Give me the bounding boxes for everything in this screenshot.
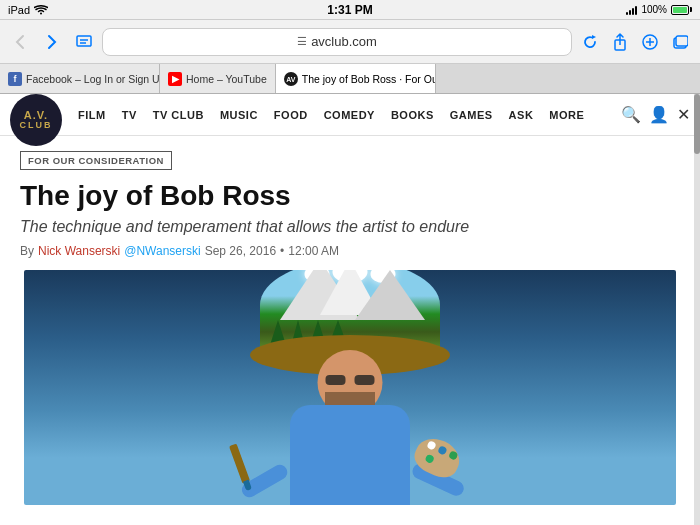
share-button[interactable] [606, 28, 634, 56]
scrollbar[interactable] [694, 94, 700, 525]
bob-figure [210, 285, 490, 505]
brush-tip [243, 480, 252, 491]
youtube-favicon: ▶ [168, 72, 182, 86]
nav-tvclub[interactable]: TV CLUB [145, 109, 212, 121]
logo-club-text: CLUB [20, 121, 53, 130]
site-logo[interactable]: A.V. CLUB [10, 94, 62, 146]
device-label: iPad [8, 4, 30, 16]
search-icon[interactable]: 🔍 [621, 105, 641, 124]
nav-tv[interactable]: TV [114, 109, 145, 121]
svg-rect-0 [77, 36, 91, 46]
url-icon: ☰ [297, 35, 307, 48]
paint-palette [410, 432, 466, 483]
logo-av-text: A.V. [24, 110, 48, 121]
user-icon[interactable]: 👤 [649, 105, 669, 124]
paint-green2 [448, 450, 459, 461]
svg-rect-10 [676, 36, 688, 46]
nav-film[interactable]: FILM [70, 109, 114, 121]
arm-right [410, 462, 466, 499]
forward-button[interactable] [38, 28, 66, 56]
facebook-favicon: f [8, 72, 22, 86]
wifi-icon [34, 5, 48, 15]
nav-music[interactable]: MUSIC [212, 109, 266, 121]
article-subtitle: The technique and temperament that allow… [20, 218, 680, 236]
nav-games[interactable]: GAMES [442, 109, 501, 121]
url-bar[interactable]: ☰ avclub.com [102, 28, 572, 56]
byline-author[interactable]: Nick Wanserski [38, 244, 120, 258]
menu-icon[interactable]: ✕ [677, 105, 690, 124]
tab-youtube-label: Home – YouTube [186, 73, 267, 85]
dot-separator: • [280, 244, 284, 258]
article: FOR OUR CONSIDERATION The joy of Bob Ros… [0, 136, 700, 515]
paintbrush [229, 444, 250, 484]
nav-links: FILM TV TV CLUB MUSIC FOOD COMEDY BOOKS … [70, 109, 592, 121]
nav-books[interactable]: BOOKS [383, 109, 442, 121]
nav-more[interactable]: MORE [541, 109, 592, 121]
article-time: 12:00 AM [288, 244, 339, 258]
paint-white [426, 440, 437, 451]
status-right: 100% [626, 4, 692, 15]
site-nav: A.V. CLUB FILM TV TV CLUB MUSIC FOOD COM… [0, 94, 700, 136]
byline-prefix: By [20, 244, 34, 258]
mountain-right [355, 270, 425, 320]
status-time: 1:31 PM [327, 3, 372, 17]
back-button[interactable] [6, 28, 34, 56]
nav-comedy[interactable]: COMEDY [316, 109, 383, 121]
tab-avclub-label: The joy of Bob Ross · For Our Considerat… [302, 73, 436, 85]
hero-image [24, 270, 676, 505]
paint-green1 [424, 454, 435, 465]
tab-facebook[interactable]: f Facebook – Log In or Sign Up [0, 64, 160, 94]
tabs-bar: f Facebook – Log In or Sign Up ▶ Home – … [0, 64, 700, 94]
signal-icon [626, 5, 637, 15]
browser-toolbar: ☰ avclub.com [0, 20, 700, 64]
author-twitter[interactable]: @NWanserski [124, 244, 200, 258]
arm-left [239, 462, 290, 500]
article-date: Sep 26, 2016 [205, 244, 276, 258]
tabs-button[interactable] [666, 28, 694, 56]
paint-blue [437, 445, 448, 456]
status-left: iPad [8, 4, 48, 16]
glasses-right [355, 375, 375, 385]
url-text: avclub.com [311, 34, 377, 49]
nav-food[interactable]: FOOD [266, 109, 316, 121]
article-badge: FOR OUR CONSIDERATION [20, 151, 172, 170]
article-byline: By Nick Wanserski @NWanserski Sep 26, 20… [20, 244, 680, 258]
battery-icon [671, 5, 692, 15]
nav-icons: 🔍 👤 ✕ [621, 105, 690, 124]
reload-button[interactable] [576, 28, 604, 56]
article-title: The joy of Bob Ross [20, 180, 680, 212]
tab-facebook-label: Facebook – Log In or Sign Up [26, 73, 160, 85]
avclub-favicon: AV [284, 72, 298, 86]
svg-marker-3 [592, 35, 596, 39]
tab-avclub[interactable]: AV The joy of Bob Ross · For Our Conside… [276, 64, 436, 94]
scrollbar-thumb[interactable] [694, 94, 700, 154]
add-tab-button[interactable] [636, 28, 664, 56]
tab-youtube[interactable]: ▶ Home – YouTube [160, 64, 276, 94]
bookmarks-button[interactable] [70, 28, 98, 56]
battery-label: 100% [641, 4, 667, 15]
bob-body [290, 405, 410, 505]
page-content: A.V. CLUB FILM TV TV CLUB MUSIC FOOD COM… [0, 94, 700, 525]
status-bar: iPad 1:31 PM 100% [0, 0, 700, 20]
nav-ask[interactable]: ASK [501, 109, 542, 121]
toolbar-actions [576, 28, 694, 56]
glasses-left [326, 375, 346, 385]
